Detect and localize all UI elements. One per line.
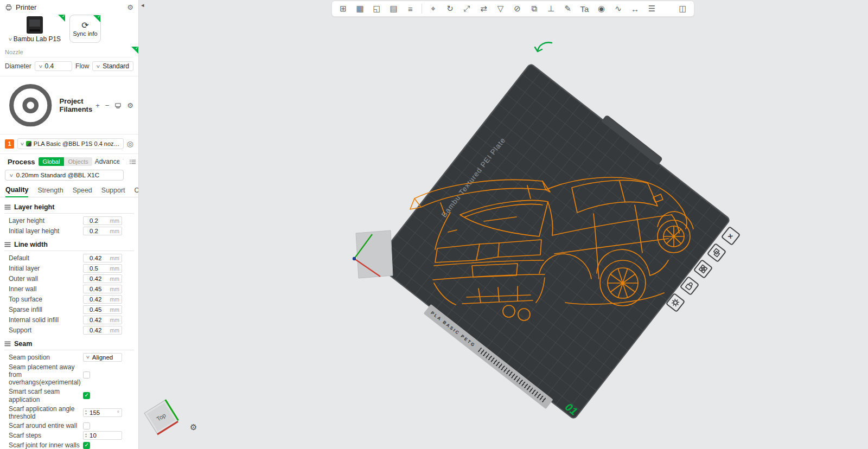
collapse-sidebar-icon[interactable]: ◂ <box>141 2 144 9</box>
text-icon[interactable]: Ta <box>577 2 592 15</box>
setting-value: 0.42 <box>90 327 101 333</box>
filament-name: PLA Basic @BBL P1S 0.4 nozzle - 60heatbe… <box>34 140 120 147</box>
lay-flat-icon[interactable]: ▽ <box>493 2 508 15</box>
process-scope-global[interactable]: Global <box>39 157 65 166</box>
filaments-header: Project Filaments + − ⚙ <box>0 76 138 134</box>
setting-checkbox[interactable] <box>83 371 90 379</box>
setting-unit: mm <box>110 327 120 333</box>
setting-input[interactable]: 0.42mm <box>83 295 122 304</box>
setting-row: Inner wall0.45mm <box>0 284 138 294</box>
tab-support[interactable]: Support <box>101 187 125 197</box>
chevron-down-icon: ∨ <box>86 355 91 360</box>
setting-unit: mm <box>110 317 120 323</box>
viewport-settings-icon[interactable]: ⚙ <box>190 422 197 432</box>
setting-label: Scarf application angle threshold <box>9 405 83 420</box>
setting-input[interactable]: 0.2mm <box>83 216 122 225</box>
printer-settings-icon[interactable]: ⚙ <box>127 3 133 11</box>
x-axis-edge <box>157 421 178 435</box>
setting-label: Internal solid infill <box>9 316 83 324</box>
process-list-icon[interactable] <box>129 158 136 165</box>
mirror-icon[interactable]: ⇄ <box>476 2 492 15</box>
variable-layer-height-icon[interactable]: ☰ <box>644 2 660 15</box>
process-scope-objects[interactable]: Objects <box>64 157 92 166</box>
setting-input[interactable]: 0.45mm <box>83 285 122 293</box>
auto-orient-icon[interactable]: ◱ <box>369 2 385 15</box>
nozzle-diameter-select[interactable]: ∨0.4 <box>35 61 72 71</box>
setting-unit: mm <box>110 286 120 292</box>
setting-unit: mm <box>110 275 120 282</box>
edit-filament-icon[interactable]: ◎ <box>127 139 133 148</box>
setting-label: Top surface <box>9 296 83 303</box>
tab-strength[interactable]: Strength <box>37 187 63 197</box>
filament-settings-icon[interactable]: ⚙ <box>127 101 133 110</box>
setting-value: 0.45 <box>90 286 101 292</box>
color-paint-icon[interactable]: ✎ <box>560 2 576 15</box>
spinner-arrows-icon[interactable]: ▴▾ <box>85 409 87 415</box>
arrange-icon[interactable]: ▤ <box>386 2 401 15</box>
setting-label: Sparse infill <box>9 306 83 313</box>
remove-filament-icon[interactable]: − <box>105 101 110 110</box>
mesh-boolean-icon[interactable]: ⧉ <box>526 2 542 15</box>
add-plate-icon[interactable]: ▦ <box>352 2 368 15</box>
spinner-arrows-icon[interactable]: ▴▾ <box>85 433 87 439</box>
flow-select[interactable]: ∨Standard <box>92 61 133 71</box>
cut-icon[interactable]: ⊘ <box>509 2 525 15</box>
setting-input[interactable]: 0.45mm <box>83 305 122 314</box>
viewport-3d[interactable]: ◂ ⊞▦◱▤≡⌖↻⤢⇄▽⊘⧉⊥✎Ta◉∿↔☰◫ Bambu Textured P… <box>139 0 868 449</box>
setting-spinner[interactable]: ▴▾10 <box>83 431 122 440</box>
view-cube[interactable]: Top <box>144 400 178 434</box>
setting-unit: mm <box>110 296 120 303</box>
preset-select[interactable]: ∨0.20mm Standard @BBL X1C <box>5 170 124 181</box>
close-plate-button[interactable]: × <box>721 226 741 246</box>
tab-quality[interactable]: Quality <box>5 186 28 197</box>
plate-handle <box>601 114 663 165</box>
printer-icon <box>5 4 12 11</box>
nozzle-title: Nozzle <box>5 47 133 57</box>
filament-row: 1 ∨ PLA Basic @BBL P1S 0.4 nozzle - 60he… <box>0 134 138 153</box>
scale-icon[interactable]: ⤢ <box>459 2 475 15</box>
rotate-icon[interactable]: ↻ <box>442 2 458 15</box>
support-paint-icon[interactable]: ⊥ <box>543 2 559 15</box>
add-icon[interactable]: ⊞ <box>335 2 351 15</box>
setting-spinner[interactable]: ▴▾155° <box>83 408 122 417</box>
diameter-label: Diameter <box>5 62 31 70</box>
tab-others[interactable]: Others <box>135 187 139 197</box>
sync-ams-icon[interactable] <box>114 102 122 109</box>
printer-select[interactable]: ∨Bambu Lab P1S <box>4 15 65 43</box>
flow-value: Standard <box>103 62 129 70</box>
measure-icon[interactable]: ↔ <box>627 2 643 15</box>
setting-checkbox[interactable] <box>83 422 90 429</box>
setting-row: Sparse infill0.45mm <box>0 304 138 315</box>
setting-checkbox[interactable] <box>83 392 90 399</box>
split-to-objects-icon[interactable]: ≡ <box>403 2 418 15</box>
setting-input[interactable]: 0.42mm <box>83 316 122 324</box>
setting-unit: mm <box>110 255 120 261</box>
setting-row: Default0.42mm <box>0 253 138 263</box>
sketch-icon[interactable]: ∿ <box>610 2 626 15</box>
setting-row: Support0.42mm <box>0 325 138 335</box>
add-filament-icon[interactable]: + <box>95 101 100 110</box>
assembly-view-icon[interactable]: ◫ <box>675 2 691 15</box>
setting-input[interactable]: 0.42mm <box>83 274 122 283</box>
plate-number: 01 <box>563 401 580 418</box>
setting-input[interactable]: 0.2mm <box>83 227 122 235</box>
tab-speed[interactable]: Speed <box>73 187 92 197</box>
filament-select[interactable]: ∨ PLA Basic @BBL P1S 0.4 nozzle - 60heat… <box>17 138 124 149</box>
setting-input[interactable]: 0.42mm <box>83 326 122 335</box>
chevron-down-icon: ∨ <box>9 173 14 178</box>
app: Printer ⚙ ∨Bambu Lab P1S ∨Texture... ⟳ S… <box>0 0 868 449</box>
filament-slot-badge[interactable]: 1 <box>5 139 14 149</box>
setting-checkbox[interactable] <box>83 442 90 449</box>
model-car-wireframe[interactable] <box>403 167 695 330</box>
setting-unit: mm <box>110 265 120 272</box>
move-icon[interactable]: ⌖ <box>425 2 441 15</box>
seam-paint-icon[interactable]: ◉ <box>593 2 609 15</box>
setting-unit: ° <box>117 409 119 416</box>
sync-info-button[interactable]: ⟳ Sync info <box>69 15 101 43</box>
plate-flip-arrow-icon[interactable] <box>534 40 554 55</box>
setting-input[interactable]: 0.5mm <box>83 264 122 273</box>
setting-select[interactable]: ∨Aligned <box>83 353 122 362</box>
setting-label: Outer wall <box>9 275 83 283</box>
setting-label: Smart scarf seam application <box>9 388 83 403</box>
setting-input[interactable]: 0.42mm <box>83 254 122 262</box>
